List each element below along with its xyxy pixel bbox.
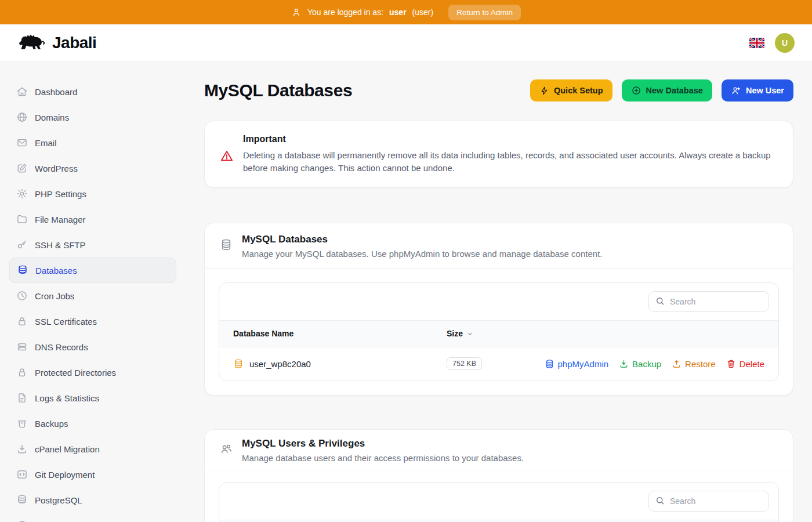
trash-icon [726, 359, 736, 369]
folder-icon [16, 213, 28, 225]
sidebar-item-dashboard[interactable]: Dashboard [9, 79, 176, 104]
section-title: MySQL Databases [242, 234, 602, 245]
sidebar-item-protected-directories[interactable]: Protected Directories [9, 360, 176, 385]
database-icon [233, 358, 244, 369]
logged-in-role: (user) [412, 8, 434, 17]
sidebar-item-wordpress[interactable]: WordPress [9, 155, 176, 181]
backup-link[interactable]: Backup [619, 359, 661, 369]
home-icon [16, 86, 28, 97]
sidebar-item-label: Dashboard [35, 87, 77, 97]
section-title: MySQL Users & Privileges [242, 438, 524, 449]
mail-icon [16, 137, 28, 148]
search-icon [655, 296, 665, 306]
sidebar-item-cron-jobs[interactable]: Cron Jobs [9, 283, 176, 309]
app-header: Jabali U [0, 24, 812, 61]
pencil-square-icon [16, 162, 28, 174]
sidebar-item-backups[interactable]: Backups [9, 411, 176, 436]
users-icon [220, 443, 233, 463]
databases-table: Database Name Size [219, 282, 779, 382]
column-header-database-privileges: Database Privileges [386, 520, 778, 522]
sidebar-item-git-deployment[interactable]: Git Deployment [9, 462, 176, 487]
sidebar-item-label: Email [35, 138, 57, 148]
delete-link[interactable]: Delete [726, 359, 764, 369]
document-icon [16, 392, 28, 404]
admin-session-bar: You are logged in as: user (user) Return… [0, 0, 812, 24]
column-header-size-sort[interactable]: Size [447, 329, 490, 338]
column-header-user: User [219, 520, 386, 522]
return-to-admin-button[interactable]: Return to Admin [448, 5, 521, 20]
database-icon [220, 238, 233, 259]
sidebar-item-label: SSL Certificates [35, 317, 97, 327]
sidebar-item-label: Cron Jobs [35, 291, 74, 301]
sidebar-item-partial[interactable] [9, 513, 176, 522]
sidebar-item-file-manager[interactable]: File Manager [9, 206, 176, 232]
sidebar-item-label: Protected Directories [35, 368, 116, 378]
brand-name: Jabali [52, 34, 96, 52]
sidebar-item-label: Logs & Statistics [35, 393, 99, 403]
database-icon [545, 359, 554, 369]
code-square-icon [16, 469, 28, 480]
sidebar-item-label: Domains [35, 113, 69, 122]
page-title: MySQL Databases [204, 81, 352, 100]
boar-icon [17, 32, 46, 54]
section-subtitle: Manage database users and their access p… [242, 453, 524, 463]
restore-link[interactable]: Restore [672, 359, 716, 369]
new-user-button[interactable]: New User [722, 79, 793, 102]
upload-icon [672, 359, 682, 369]
server-stack-icon [16, 341, 28, 353]
database-size-badge: 752 KB [447, 357, 482, 370]
language-flag-uk[interactable] [749, 38, 764, 48]
important-warning-card: Important Deleting a database will perma… [204, 121, 793, 188]
clock-icon [16, 290, 28, 302]
user-icon [291, 7, 302, 17]
globe-icon [16, 111, 28, 123]
users-search-input[interactable] [648, 491, 769, 512]
gear-icon [16, 188, 28, 200]
bolt-icon [539, 86, 549, 96]
phpmyadmin-link[interactable]: phpMyAdmin [545, 359, 609, 369]
sidebar-item-label: Backups [35, 419, 68, 429]
key-icon [16, 239, 28, 251]
brand-logo[interactable]: Jabali [17, 32, 96, 54]
sidebar-item-ssl-certificates[interactable]: SSL Certificates [9, 309, 176, 334]
warning-title: Important [243, 134, 778, 144]
main-content: MySQL Databases Quick Setup New Database… [186, 61, 812, 522]
download-tray-icon [16, 443, 28, 455]
sidebar-item-ssh-sftp[interactable]: SSH & SFTP [9, 232, 176, 258]
sidebar-item-email[interactable]: Email [9, 130, 176, 155]
database-icon [16, 494, 28, 506]
database-row: user_wp8c20a0 752 KB phpMyAdmin [219, 347, 778, 380]
sidebar-item-label: Databases [35, 266, 77, 276]
sidebar-item-cpanel-migration[interactable]: cPanel Migration [9, 436, 176, 462]
circle-icon [16, 520, 28, 522]
sidebar-item-label: File Manager [35, 215, 86, 224]
chevron-down-icon [466, 330, 474, 338]
sidebar-item-label: PHP Settings [35, 189, 86, 199]
warning-body: Deleting a database will permanently rem… [243, 149, 778, 175]
sidebar-item-databases[interactable]: Databases [9, 258, 176, 283]
sidebar-item-php-settings[interactable]: PHP Settings [9, 181, 176, 206]
plus-circle-icon [631, 85, 641, 96]
section-subtitle: Manage your MySQL databases. Use phpMyAd… [242, 249, 602, 259]
database-icon [17, 264, 28, 276]
sidebar-item-postgresql[interactable]: PostgreSQL [9, 487, 176, 513]
lock-icon [16, 316, 28, 327]
user-avatar[interactable]: U [775, 33, 795, 53]
sidebar-item-dns-records[interactable]: DNS Records [9, 334, 176, 360]
quick-setup-button[interactable]: Quick Setup [530, 79, 612, 102]
mysql-users-card: MySQL Users & Privileges Manage database… [204, 429, 793, 522]
users-table: User Database Privileges [219, 482, 779, 522]
sidebar-item-logs-statistics[interactable]: Logs & Statistics [9, 385, 176, 411]
logged-in-as: You are logged in as: user (user) [291, 7, 433, 17]
sidebar-item-label: WordPress [35, 164, 78, 173]
sidebar: Dashboard Domains Email WordPress PHP Se… [0, 61, 186, 522]
new-database-button[interactable]: New Database [622, 79, 712, 102]
download-icon [619, 359, 629, 369]
lock-round-icon [16, 367, 28, 378]
sidebar-item-domains[interactable]: Domains [9, 104, 176, 130]
sidebar-item-label: SSH & SFTP [35, 240, 86, 250]
databases-search-input[interactable] [648, 291, 769, 312]
bucket-icon [16, 418, 28, 429]
user-plus-icon [731, 85, 741, 96]
database-name-cell: user_wp8c20a0 [233, 358, 433, 369]
